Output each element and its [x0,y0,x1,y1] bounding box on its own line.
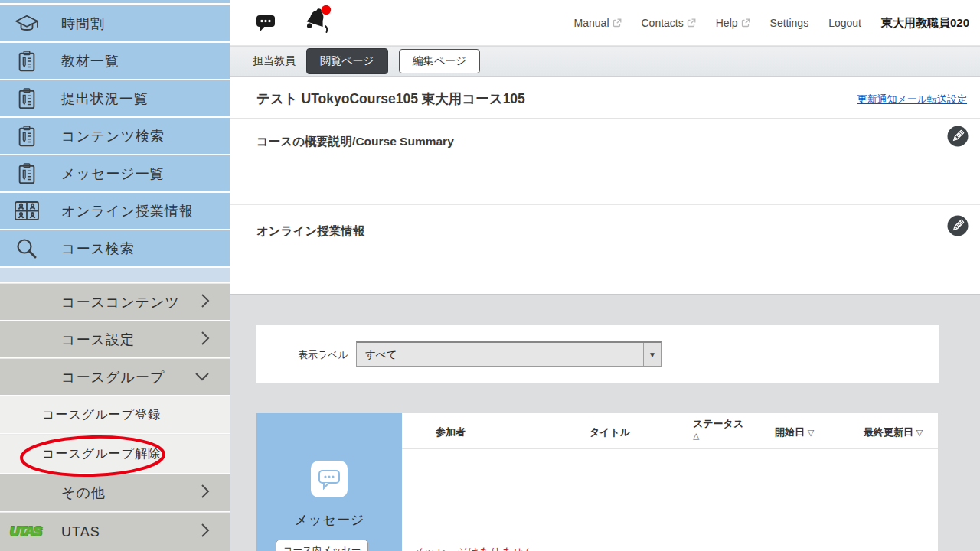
message-panel[interactable]: メッセージ コース内メッセー [256,413,403,551]
sidebar-item-label: 時間割 [61,15,105,33]
logout-link-label: Logout [828,17,861,29]
clipboard-icon [13,161,41,186]
contacts-link[interactable]: Contacts [642,17,696,29]
main-content: Manual Contacts Help Settings Logout 東大用… [230,0,980,551]
sort-down-icon: ▽ [808,428,814,437]
notification-forward-settings-link[interactable]: 更新通知メール転送設定 [857,93,967,106]
column-header-start-date[interactable]: 開始日 ▽ [775,425,814,439]
tab-edit-page[interactable]: 編集ページ [399,49,481,73]
settings-link[interactable]: Settings [770,17,809,29]
sidebar-item-label: コースグループ [61,368,165,386]
sidebar-item-label: コースコンテンツ [61,293,180,311]
sidebar-item-label: その他 [61,484,106,502]
sidebar-item-label: コース設定 [61,331,135,349]
topbar-nav: Manual Contacts Help Settings Logout 東大用… [574,0,969,46]
message-table-header: 参加者 タイトル ステータス△ 開始日 ▽ 最終更新日 ▽ [402,413,938,449]
sidebar-separator-strip [0,268,230,282]
role-label: 担当教員 [253,54,296,68]
sidebar-item-others[interactable]: その他 [0,474,230,511]
tab-strip: 担当教員 閲覧ページ 編集ページ [230,46,980,77]
external-link-icon [612,18,622,28]
select-value: すべて [365,348,397,362]
sidebar-item-label: 提出状況一覧 [61,90,149,108]
label-filter-select[interactable]: すべて ▼ [356,341,662,367]
column-header-participants[interactable]: 参加者 [436,425,466,439]
sidebar-item-course-group[interactable]: コースグループ [0,358,230,395]
column-header-last-updated[interactable]: 最終更新日 ▽ [864,425,923,439]
help-link-label: Help [716,17,738,29]
section-heading: オンライン授業情報 [256,223,364,240]
external-link-icon [687,18,696,28]
chevron-right-icon [201,523,210,541]
course-title-bar: テスト UTokyoCourse105 東大用コース105 更新通知メール転送設… [230,77,980,119]
chat-bubble-outline-icon [318,469,341,490]
page-title: テスト UTokyoCourse105 東大用コース105 [256,90,525,108]
display-label-caption: 表示ラベル [298,348,348,362]
notification-dot [322,5,331,15]
chat-bubble-icon[interactable] [255,12,276,36]
sidebar-item-label: オンライン授業情報 [61,202,194,220]
sidebar-item-label: UTAS [61,524,100,540]
sidebar-item-submissions[interactable]: 提出状況一覧 [0,80,230,116]
edit-pencil-icon[interactable] [947,215,969,240]
clipped-empty-message-text: メッセージはありません。 [413,546,544,551]
sidebar: 時間割 教材一覧 提出状況一覧 コンテンツ検索 メッセージ一覧 オンライン授業情… [0,0,230,551]
sidebar-item-label: コース検索 [61,240,135,258]
external-link-icon [741,18,750,28]
manual-link-label: Manual [574,17,609,29]
sort-up-icon: △ [693,431,699,440]
sort-down-icon: ▽ [916,428,923,437]
help-link[interactable]: Help [716,17,750,29]
logout-link[interactable]: Logout [828,17,861,29]
sidebar-item-label: コースグループ登録 [42,407,161,423]
edit-pencil-icon[interactable] [947,126,969,150]
sidebar-item-label: コースグループ解除 [42,446,161,462]
sidebar-item-content-search[interactable]: コンテンツ検索 [0,118,230,154]
contacts-link-label: Contacts [642,17,684,29]
search-icon [13,237,41,260]
chevron-right-icon [201,484,210,502]
clipboard-icon [13,124,41,148]
sidebar-top-sliver [0,0,230,3]
tab-view-page[interactable]: 閲覧ページ [306,48,388,74]
chevron-right-icon [201,293,210,311]
column-header-status[interactable]: ステータス△ [693,418,743,442]
manual-link[interactable]: Manual [574,17,622,29]
sidebar-item-course-group-release[interactable]: コースグループ解除 [0,434,230,473]
message-panel-label: メッセージ [256,511,403,529]
column-header-title[interactable]: タイトル [590,425,630,439]
sidebar-item-timetable[interactable]: 時間割 [0,5,230,41]
section-heading: コースの概要説明/Course Summary [256,134,454,150]
chevron-right-icon [201,331,210,349]
clipboard-icon [13,86,41,111]
graduation-cap-icon [13,13,41,34]
sidebar-item-materials[interactable]: 教材一覧 [0,43,230,79]
dropdown-arrow-icon[interactable]: ▼ [643,343,661,366]
sidebar-item-label: 教材一覧 [61,52,119,70]
notification-bell-icon[interactable] [302,5,332,40]
clipboard-icon [13,49,41,73]
online-class-info-section: オンライン授業情報 [230,205,980,295]
utas-logo-icon: UTAS [10,524,41,540]
sidebar-item-course-contents[interactable]: コースコンテンツ [0,283,230,320]
sidebar-item-online-class-info[interactable]: オンライン授業情報 [0,193,230,229]
sidebar-item-course-settings[interactable]: コース設定 [0,321,230,357]
chevron-down-icon [194,370,210,384]
sidebar-item-course-search[interactable]: コース検索 [0,230,230,266]
meeting-grid-icon [13,201,41,221]
course-summary-section: コースの概要説明/Course Summary [230,119,980,205]
username: 東大用教職員020 [881,16,969,31]
label-filter-card: 表示ラベル すべて ▼ [256,325,939,383]
message-table: 参加者 タイトル ステータス△ 開始日 ▽ 最終更新日 ▽ メッセージはありませ… [402,413,938,551]
sidebar-item-utas[interactable]: UTAS UTAS [0,512,230,551]
topbar: Manual Contacts Help Settings Logout 東大用… [230,0,980,46]
message-icon-card [311,461,348,497]
settings-link-label: Settings [770,17,809,29]
course-message-button[interactable]: コース内メッセー [276,540,368,551]
sidebar-item-message-list[interactable]: メッセージ一覧 [0,155,230,191]
sidebar-item-label: コンテンツ検索 [61,127,165,145]
sidebar-item-course-group-register[interactable]: コースグループ登録 [0,396,230,433]
sidebar-item-label: メッセージ一覧 [61,165,165,183]
